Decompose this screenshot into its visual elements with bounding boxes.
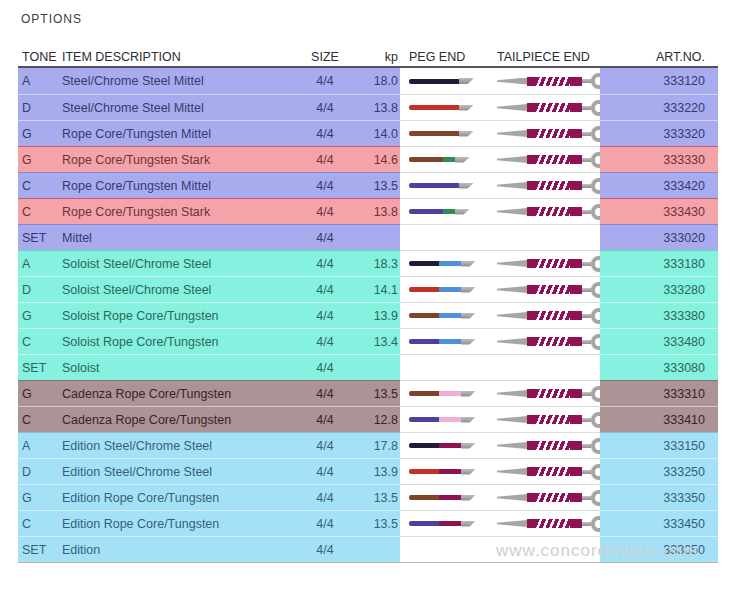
art-no-cell: 333250 — [600, 458, 718, 484]
string-taper — [497, 338, 527, 345]
peg-end-cell — [400, 432, 488, 458]
kp-cell: 13.8 — [345, 94, 400, 120]
tone-cell: C — [18, 198, 62, 224]
table-row: C Cadenza Rope Core/Tungsten 4/4 12.8 33… — [18, 406, 718, 432]
table-row: C Edition Rope Core/Tungsten 4/4 13.5 33… — [18, 510, 718, 536]
art-no-cell: 333450 — [600, 510, 718, 536]
table-row: G Rope Core/Tungsten Mittel 4/4 14.0 333… — [18, 120, 718, 146]
peg-color-segment-green — [443, 209, 455, 214]
peg-color-segment-pink — [439, 391, 461, 396]
peg-color-segment-red — [409, 287, 439, 292]
peg-color-segment-violet — [409, 183, 459, 188]
tailpiece-end-cell — [488, 68, 600, 94]
tailpiece-end-cell — [488, 146, 600, 172]
winding-block — [570, 311, 582, 320]
wire — [582, 392, 591, 396]
item-description-cell: Cadenza Rope Core/Tungsten — [62, 406, 305, 432]
wire — [582, 444, 591, 448]
table-row: C Rope Core/Tungsten Stark 4/4 13.8 3334… — [18, 198, 718, 224]
kp-cell: 14.6 — [345, 146, 400, 172]
wire — [582, 79, 591, 83]
winding-block — [527, 259, 536, 268]
peg-color-segment-navy — [409, 79, 459, 84]
tone-cell: C — [18, 172, 62, 198]
peg-color-segment-green — [443, 157, 455, 162]
peg-color-segment-magenta — [439, 495, 461, 500]
tailpiece-end-illustration — [497, 411, 607, 429]
string-taper — [497, 104, 527, 111]
string-taper — [497, 468, 527, 475]
peg-end-illustration — [409, 494, 476, 501]
peg-color-segment-violet — [409, 209, 443, 214]
tailpiece-end-cell — [488, 250, 600, 276]
kp-cell: 13.5 — [345, 510, 400, 536]
size-cell: 4/4 — [305, 302, 345, 328]
header-tailpiece-end: TAILPIECE END — [488, 49, 600, 65]
peg-color-segment-red — [409, 105, 459, 110]
table-row: A Steel/Chrome Steel Mittel 4/4 18.0 333… — [18, 68, 718, 94]
peg-tip — [461, 469, 476, 475]
peg-color-segment-brown — [409, 313, 439, 318]
size-cell: 4/4 — [305, 276, 345, 302]
table-header-row: TONE ITEM DESCRIPTION SIZE kp PEG END TA… — [18, 49, 718, 68]
winding-stripes — [536, 441, 570, 450]
peg-end-illustration — [409, 208, 470, 215]
winding-block — [570, 467, 582, 476]
item-description-cell: Rope Core/Tungsten Stark — [62, 146, 305, 172]
wire — [582, 470, 591, 474]
peg-tip — [461, 521, 476, 527]
item-description-cell: Edition Steel/Chrome Steel — [62, 432, 305, 458]
header-tone: TONE — [18, 49, 62, 65]
string-taper — [497, 156, 527, 163]
tailpiece-end-illustration — [497, 99, 607, 117]
size-cell: 4/4 — [305, 458, 345, 484]
table-body: A Steel/Chrome Steel Mittel 4/4 18.0 333… — [18, 68, 718, 562]
string-taper — [497, 78, 527, 85]
art-no-cell: 333180 — [600, 250, 718, 276]
winding-stripes — [536, 415, 570, 424]
table-row: G Cadenza Rope Core/Tungsten 4/4 13.5 33… — [18, 380, 718, 406]
peg-end-cell — [400, 68, 488, 94]
string-taper — [497, 520, 527, 527]
size-cell: 4/4 — [305, 484, 345, 510]
winding-block — [527, 285, 536, 294]
tailpiece-end-cell — [488, 458, 600, 484]
peg-color-segment-blue — [439, 313, 461, 318]
item-description-cell: Soloist Rope Core/Tungsten — [62, 328, 305, 354]
peg-end-cell — [400, 120, 488, 146]
winding-block — [527, 103, 536, 112]
peg-end-cell — [400, 510, 488, 536]
table-row: A Soloist Steel/Chrome Steel 4/4 18.3 33… — [18, 250, 718, 276]
item-description-cell: Edition — [62, 536, 305, 562]
art-no-cell: 333220 — [600, 94, 718, 120]
tailpiece-end-cell — [488, 198, 600, 224]
peg-tip — [459, 78, 474, 84]
winding-block — [570, 519, 582, 528]
kp-cell: 12.8 — [345, 406, 400, 432]
size-cell: 4/4 — [305, 380, 345, 406]
tailpiece-end-cell — [488, 172, 600, 198]
table-row: D Steel/Chrome Steel Mittel 4/4 13.8 333… — [18, 94, 718, 120]
peg-tip — [459, 105, 474, 111]
wire — [582, 496, 591, 500]
tone-cell: A — [18, 250, 62, 276]
string-taper — [497, 208, 527, 215]
peg-end-cell — [400, 302, 488, 328]
tone-cell: D — [18, 94, 62, 120]
winding-block — [570, 441, 582, 450]
peg-end-cell — [400, 536, 488, 562]
kp-cell: 14.1 — [345, 276, 400, 302]
item-description-cell: Edition Steel/Chrome Steel — [62, 458, 305, 484]
winding-block — [527, 389, 536, 398]
options-table: TONE ITEM DESCRIPTION SIZE kp PEG END TA… — [18, 49, 718, 563]
size-cell: 4/4 — [305, 94, 345, 120]
peg-tip — [461, 391, 476, 397]
peg-color-segment-navy — [409, 443, 439, 448]
peg-end-illustration — [409, 130, 474, 137]
winding-block — [527, 207, 536, 216]
tone-cell: D — [18, 458, 62, 484]
wire — [582, 158, 591, 162]
peg-color-segment-brown — [409, 391, 439, 396]
peg-end-cell — [400, 250, 488, 276]
winding-stripes — [536, 519, 570, 528]
